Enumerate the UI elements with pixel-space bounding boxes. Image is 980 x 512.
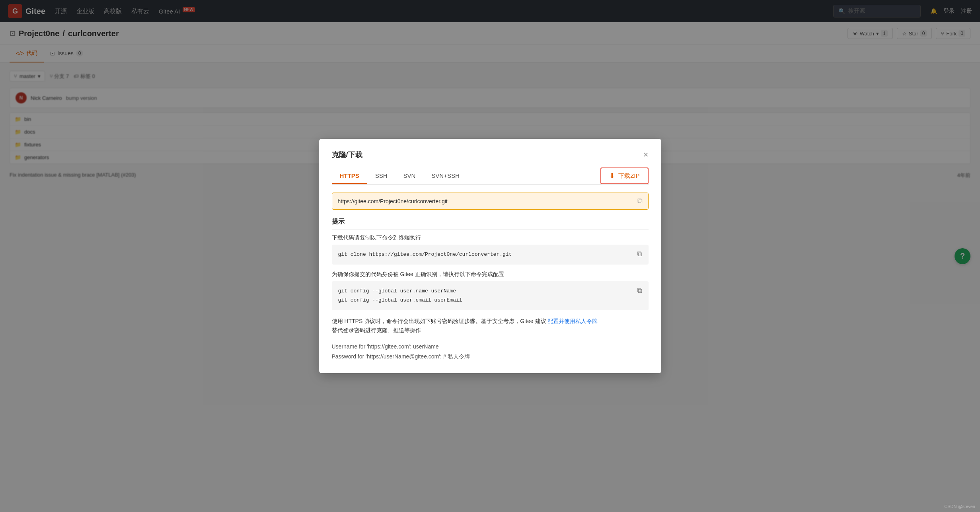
copy-url-icon[interactable]: ⧉ [637, 197, 643, 205]
tab-ssh[interactable]: SSH [367, 168, 396, 184]
modal-header: 克隆/下载 × [332, 150, 649, 160]
clone-url[interactable]: https://gitee.com/Project0ne/curlconvert… [338, 198, 633, 204]
config-command-text: git config --global user.name userName g… [338, 287, 637, 304]
copy-clone-icon[interactable]: ⧉ [637, 250, 642, 258]
tab-svn[interactable]: SVN [396, 168, 424, 184]
hint-desc: 下载代码请复制以下命令到终端执行 [332, 234, 649, 241]
clone-command-block: git clone https://gitee.com/Project0ne/c… [332, 245, 649, 265]
tab-svn-ssh[interactable]: SVN+SSH [423, 168, 467, 184]
tab-https[interactable]: HTTPS [332, 168, 367, 184]
url-input-row: https://gitee.com/Project0ne/curlconvert… [332, 193, 649, 210]
clone-command-text: git clone https://gitee.com/Project0ne/c… [338, 250, 637, 259]
modal-close-button[interactable]: × [643, 150, 649, 159]
clone-modal: 克隆/下载 × HTTPS SSH SVN SVN+SSH ⬇ 下载ZIP ht… [319, 139, 661, 341]
hint-warning: 使用 HTTPS 协议时，命令行会出现如下账号密码验证步骤。基于安全考虑，Git… [332, 317, 649, 336]
modal-tabs: HTTPS SSH SVN SVN+SSH ⬇ 下载ZIP [332, 167, 649, 185]
modal-overlay[interactable]: 克隆/下载 × HTTPS SSH SVN SVN+SSH ⬇ 下载ZIP ht… [0, 0, 980, 341]
copy-config-icon[interactable]: ⧉ [637, 287, 642, 295]
hint-title: 提示 [332, 218, 649, 230]
download-icon: ⬇ [609, 171, 615, 180]
hint-section: 提示 下载代码请复制以下命令到终端执行 git clone https://gi… [332, 218, 649, 341]
private-token-link[interactable]: 配置并使用私人令牌 [547, 318, 598, 324]
protocol-tab-group: HTTPS SSH SVN SVN+SSH [332, 168, 468, 184]
download-zip-button[interactable]: ⬇ 下载ZIP [600, 167, 648, 184]
modal-title: 克隆/下载 [332, 150, 362, 160]
config-command-block: git config --global user.name userName g… [332, 281, 649, 310]
config-desc: 为确保你提交的代码身份被 Gitee 正确识别，请执行以下命令完成配置 [332, 271, 649, 278]
